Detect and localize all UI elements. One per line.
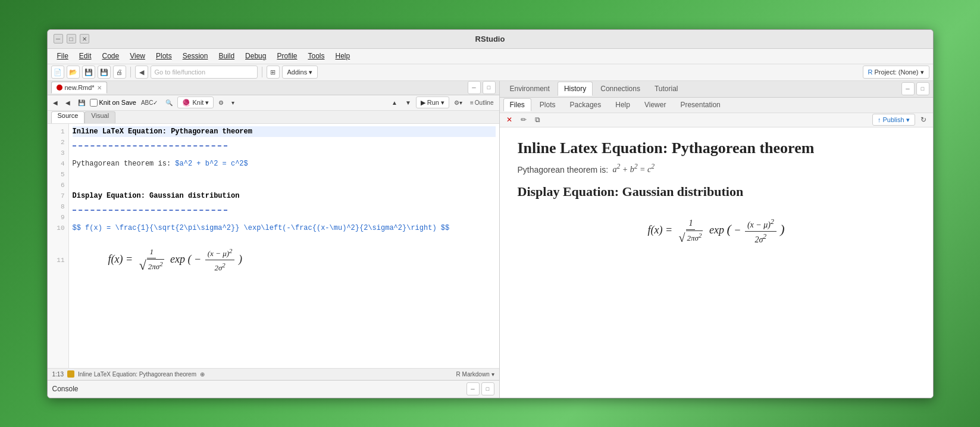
maximize-right-button[interactable]: □ <box>916 82 929 95</box>
close-button[interactable]: ✕ <box>80 34 89 43</box>
edit-button[interactable]: ✏ <box>518 114 530 126</box>
tab-source[interactable]: Source <box>51 111 85 123</box>
menu-profile[interactable]: Profile <box>272 51 302 61</box>
delete-button[interactable]: ✕ <box>503 114 515 126</box>
up-button[interactable]: ▲ <box>389 96 400 108</box>
open-file-button[interactable]: 📂 <box>67 66 80 79</box>
addins-button[interactable]: Addins ▾ <box>282 66 318 79</box>
tab-connections[interactable]: Connections <box>594 82 647 96</box>
tab-history[interactable]: History <box>558 82 593 96</box>
toolbar-separator-2 <box>262 67 262 77</box>
menu-debug[interactable]: Debug <box>240 51 271 61</box>
outline-button[interactable]: ≡ Outline <box>467 96 497 108</box>
menu-view[interactable]: View <box>125 51 150 61</box>
editor-tabs: new.Rmd* ✕ ─ □ <box>48 81 499 95</box>
menu-plots[interactable]: Plots <box>151 51 177 61</box>
console-label: Console <box>52 385 79 393</box>
publish-button[interactable]: ↑ Publish ▾ <box>872 114 915 126</box>
code-line-9 <box>73 212 496 223</box>
cursor-position: 1:13 <box>52 371 64 378</box>
code-line-8 <box>73 201 496 212</box>
save-button[interactable]: 💾 <box>82 66 95 79</box>
knit-on-save-label[interactable]: Knit on Save <box>90 99 136 107</box>
tab-help[interactable]: Help <box>609 98 636 111</box>
preview-formula: f(x) = 1 √ 2πσ2 exp ( − ( <box>518 208 915 255</box>
right-panel-tabs: Environment History Connections Tutorial… <box>500 81 933 98</box>
maximize-editor-button[interactable]: □ <box>483 81 496 94</box>
rstudio-window: ─ □ ✕ RStudio File Edit Code View Plots … <box>47 29 934 398</box>
inline-math: a2 + b2 = c2 <box>610 165 655 174</box>
knit-button[interactable]: 🧶 Knit ▾ <box>177 96 214 108</box>
tab-viewer[interactable]: Viewer <box>638 98 672 111</box>
tab-environment[interactable]: Environment <box>503 82 556 96</box>
settings-button[interactable]: ⚙ <box>215 96 227 108</box>
minimize-button[interactable]: ─ <box>54 34 63 43</box>
knit-on-save-checkbox[interactable] <box>90 99 98 107</box>
math-display-area: f(x) = 1 √ 2πσ2 exp <box>73 233 496 287</box>
print-button[interactable]: 🖨 <box>113 66 126 79</box>
menu-session[interactable]: Session <box>178 51 213 61</box>
tab-close-button[interactable]: ✕ <box>97 85 102 91</box>
code-line-4: Pythagorean theorem is: $a^2 + b^2 = c^2… <box>73 158 496 169</box>
project-button[interactable]: R Project: (None) ▾ <box>863 66 929 79</box>
back-button[interactable]: ◀ <box>135 66 148 79</box>
down-button[interactable]: ▼ <box>402 96 414 108</box>
menu-file[interactable]: File <box>52 51 73 61</box>
refresh-button[interactable]: ↻ <box>918 114 929 126</box>
tab-visual[interactable]: Visual <box>84 111 115 123</box>
tab-plots[interactable]: Plots <box>534 98 562 111</box>
status-format: R Markdown <box>456 371 490 378</box>
menu-tools[interactable]: Tools <box>303 51 329 61</box>
menu-edit[interactable]: Edit <box>74 51 96 61</box>
preview-pythagorean: Pythagorean theorem is: a2 + b2 = c2 <box>518 163 915 175</box>
code-line-1: Inline LaTeX Equation: Pythagorean theor… <box>73 126 496 137</box>
preview-heading-1: Inline Latex Equation: Pythagorean theor… <box>518 139 915 157</box>
code-line-5 <box>73 169 496 180</box>
tab-icon <box>57 85 62 91</box>
save-doc-button[interactable]: 💾 <box>75 96 88 108</box>
menubar: File Edit Code View Plots Session Build … <box>48 49 933 64</box>
code-editor[interactable]: 1 2 3 4 5 6 7 8 9 10 11 Inline LaTeX Equ… <box>48 124 499 368</box>
code-line-11 <box>73 287 496 298</box>
code-line-6 <box>73 180 496 191</box>
preview-content: Inline Latex Equation: Pythagorean theor… <box>500 127 933 398</box>
code-line-3 <box>73 148 496 158</box>
undo-button[interactable]: ◀ <box>50 96 61 108</box>
code-line-2 <box>73 137 496 148</box>
console-panel: Console ─ □ <box>48 380 499 398</box>
menu-build[interactable]: Build <box>214 51 239 61</box>
editor-tab-rmd[interactable]: new.Rmd* ✕ <box>51 82 107 93</box>
workspace-button[interactable]: ⊞ <box>267 66 280 79</box>
tab-tutorial[interactable]: Tutorial <box>648 82 685 96</box>
maximize-button[interactable]: □ <box>67 34 76 43</box>
maximize-console-button[interactable]: □ <box>481 382 494 395</box>
copy-button[interactable]: ⧉ <box>532 114 544 126</box>
main-toolbar: 📄 📂 💾 💾 🖨 ◀ Go to file/function ⊞ Addins… <box>48 64 933 81</box>
tab-files[interactable]: Files <box>503 98 531 111</box>
menu-code[interactable]: Code <box>98 51 124 61</box>
redo-button[interactable]: ◀ <box>62 96 73 108</box>
titlebar: ─ □ ✕ RStudio <box>48 30 933 49</box>
search-button[interactable]: 🔍 <box>162 96 176 108</box>
right-panel: Environment History Connections Tutorial… <box>500 81 933 398</box>
minimize-right-button[interactable]: ─ <box>901 82 915 95</box>
source-visual-tabs: Source Visual <box>48 111 499 124</box>
new-file-button[interactable]: 📄 <box>51 66 64 79</box>
files-toolbar: ✕ ✏ ⧉ ↑ Publish ▾ ↻ <box>500 113 933 127</box>
spellcheck-button[interactable]: ABC✓ <box>138 96 161 108</box>
run-button[interactable]: ▶ Run ▾ <box>416 96 449 108</box>
code-line-7: Display Equation: Gaussian distribution <box>73 191 496 201</box>
more-run-button[interactable]: ⚙▾ <box>451 96 465 108</box>
minimize-editor-button[interactable]: ─ <box>468 81 481 94</box>
rendered-formula: f(x) = 1 √ 2πσ2 exp <box>108 237 242 283</box>
go-to-function-input[interactable]: Go to file/function <box>151 66 258 79</box>
code-content[interactable]: Inline LaTeX Equation: Pythagorean theor… <box>69 124 499 368</box>
tab-packages[interactable]: Packages <box>564 98 608 111</box>
more-button[interactable]: ▾ <box>228 96 237 108</box>
main-content: new.Rmd* ✕ ─ □ ◀ ◀ 💾 Knit on Save ABC✓ 🔍 <box>48 81 933 398</box>
minimize-console-button[interactable]: ─ <box>466 382 480 395</box>
save-all-button[interactable]: 💾 <box>98 66 111 79</box>
tab-presentation[interactable]: Presentation <box>674 98 726 111</box>
status-file-icon <box>67 370 74 378</box>
menu-help[interactable]: Help <box>331 51 355 61</box>
